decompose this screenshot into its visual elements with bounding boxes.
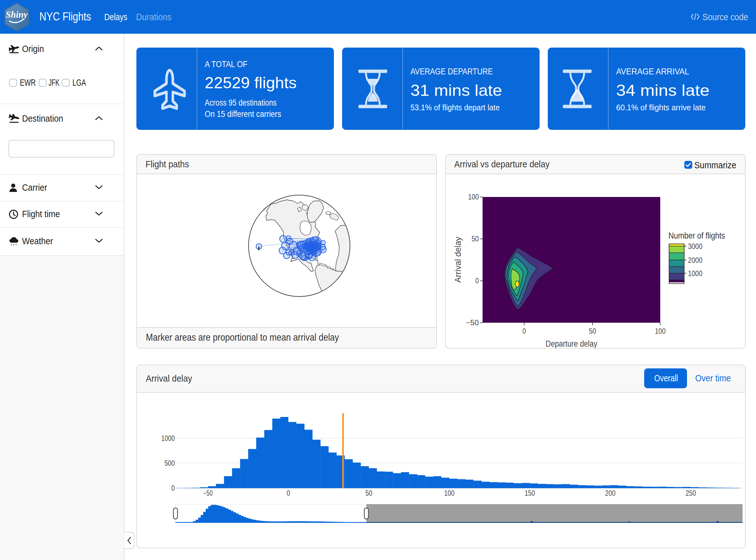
svg-text:3000: 3000 — [688, 242, 702, 251]
svg-text:150: 150 — [525, 489, 535, 497]
svg-text:500: 500 — [164, 459, 175, 467]
svg-text:Arrival delay: Arrival delay — [453, 237, 463, 283]
svg-text:1000: 1000 — [161, 434, 175, 442]
svg-text:Departure delay: Departure delay — [546, 339, 597, 348]
svg-text:50: 50 — [589, 327, 596, 335]
svg-text:100: 100 — [468, 193, 479, 201]
svg-text:250: 250 — [686, 489, 696, 497]
svg-text:0: 0 — [287, 489, 290, 497]
svg-text:100: 100 — [444, 489, 454, 497]
svg-text:Number of flights: Number of flights — [669, 231, 725, 240]
svg-text:1000: 1000 — [688, 269, 702, 278]
svg-text:200: 200 — [605, 489, 615, 497]
svg-text:50: 50 — [365, 489, 372, 497]
svg-text:Shiny: Shiny — [6, 9, 27, 20]
svg-text:2000: 2000 — [688, 256, 702, 264]
svg-text:0: 0 — [475, 277, 479, 285]
svg-text:0: 0 — [523, 327, 526, 335]
svg-text:100: 100 — [655, 327, 666, 335]
svg-text:50: 50 — [472, 235, 479, 243]
svg-text:0: 0 — [171, 484, 175, 492]
svg-text:−50: −50 — [203, 489, 212, 497]
svg-text:−50: −50 — [466, 319, 479, 327]
